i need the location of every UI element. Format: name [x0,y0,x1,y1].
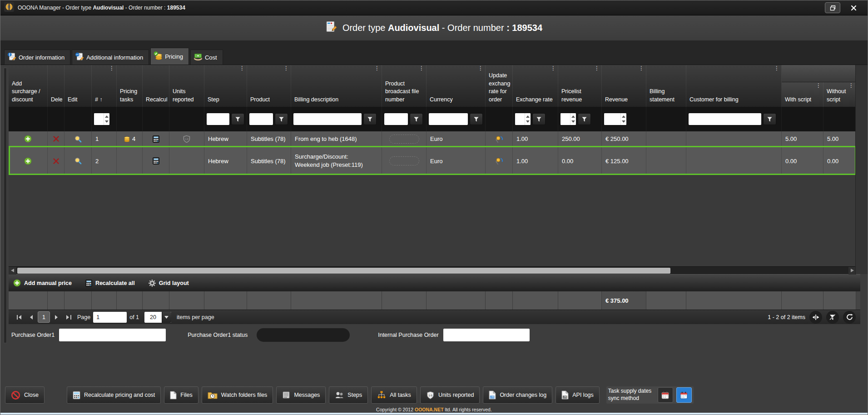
column-header-step[interactable]: Step [204,65,247,107]
billing-statement-cell[interactable] [646,131,686,146]
broadcast-file-filter-funnel-button[interactable] [410,113,423,125]
horizontal-scrollbar[interactable] [9,266,856,274]
column-header-revenue[interactable]: Revenue [602,65,646,107]
customer-for-billing-cell[interactable] [686,147,782,175]
clear-filters-button[interactable] [826,311,839,324]
column-menu-icon[interactable] [283,65,289,71]
vertical-scrollbar-track[interactable] [855,65,868,274]
column-header-edit[interactable]: Edit [64,65,92,107]
product-cell[interactable]: Subtitles (78) [247,131,291,146]
currency-filter-funnel-button[interactable] [470,113,483,125]
product-cell[interactable]: Subtitles (78) [247,147,291,175]
column-menu-icon[interactable] [816,83,821,88]
column-menu-icon[interactable] [774,65,779,71]
exchange-rate-filter-input[interactable] [515,113,525,125]
files-button[interactable]: Files [164,386,198,404]
exchange-rate-cell[interactable]: 1.00 [513,131,558,146]
first-page-button[interactable] [13,312,25,323]
purchase-order1-input[interactable] [59,329,166,341]
current-page-button[interactable]: 1 [38,311,50,323]
update-exchange-rate-cell[interactable] [486,131,513,146]
pricing-tasks-cell[interactable] [117,147,143,175]
billing-description-filter-funnel-button[interactable] [363,113,377,125]
delete-cell[interactable] [48,131,64,146]
pricing-row-1[interactable]: 1 4 1-9 Hebrew Subtitles (78) From eng t… [9,131,856,147]
close-window-button[interactable] [846,2,861,13]
api-logs-button[interactable]: LOG API logs [556,386,600,404]
recalculate-all-button[interactable]: Recalculate all [85,280,135,287]
exchange-rate-filter-funnel-button[interactable] [532,113,546,125]
step-cell[interactable]: Hebrew [204,147,247,175]
messages-button[interactable]: Messages [276,386,326,404]
column-header-units-reported[interactable]: Units reported [169,65,204,107]
product-filter-funnel-button[interactable] [275,113,288,125]
close-button[interactable]: Close [5,386,45,404]
column-menu-icon[interactable] [848,83,854,88]
revenue-cell[interactable]: € 250.00 [602,131,646,146]
column-header-with-script[interactable]: With script [782,82,823,107]
recalculate-pricing-and-cost-button[interactable]: Recalculate pricing and cost [67,386,161,404]
column-header-billing-description[interactable]: Billing description [291,65,382,107]
broadcast-file-cell[interactable] [382,147,427,175]
customer-filter-input[interactable] [689,113,761,125]
currency-cell[interactable]: Euro [427,147,486,175]
scroll-left-button[interactable] [9,267,16,275]
broadcast-file-filter-input[interactable] [384,113,408,125]
items-per-page-select[interactable]: 20 [144,312,171,323]
pricelist-revenue-filter-funnel-button[interactable] [578,113,591,125]
pricing-tasks-cell[interactable]: 4 [117,131,143,146]
with-script-cell[interactable]: 0.00 [782,147,823,175]
units-reported-cell[interactable] [169,147,204,175]
with-script-cell[interactable]: 5.00 [782,131,823,146]
all-tasks-button[interactable]: All tasks [371,386,417,404]
without-script-cell[interactable]: 0.00 [823,147,856,175]
steps-button[interactable]: Steps [329,386,368,404]
billing-description-cell[interactable]: Surcharge/Discount:Weekend job (Preset:1… [291,147,382,175]
units-reported-cell[interactable]: 1-9 [169,131,204,146]
tab-pricing[interactable]: Pricing [150,48,189,65]
billing-statement-cell[interactable] [646,147,686,175]
column-menu-icon[interactable] [639,65,644,71]
column-header-product-broadcast-file-number[interactable]: Product broadcast file number [382,65,427,107]
currency-filter-input[interactable] [429,113,468,125]
step-filter-input[interactable] [207,113,229,125]
add-surcharge-cell[interactable] [9,147,48,175]
customer-filter-funnel-button[interactable] [763,113,776,125]
column-header-update-exchange-rate[interactable]: Update exchange rate for order [486,65,513,107]
spinner-arrows-icon[interactable] [570,113,576,125]
broadcast-file-cell[interactable] [382,131,427,146]
column-header-number[interactable]: # ↑ [92,65,117,107]
dropdown-arrow-icon[interactable] [162,312,171,323]
customer-for-billing-cell[interactable] [686,131,782,146]
step-filter-funnel-button[interactable] [231,113,244,125]
column-header-pricelist-revenue[interactable]: Pricelist revenue [558,65,602,107]
column-menu-icon[interactable] [419,65,424,71]
recalculate-cell[interactable] [143,131,169,146]
column-header-add-surcharge-discount[interactable]: Add surcharge / discount [9,65,48,107]
prev-page-button[interactable] [25,312,37,323]
pricelist-revenue-cell[interactable]: 0.00 [558,147,602,175]
spinner-arrows-icon[interactable] [620,113,626,125]
recalculate-cell[interactable] [143,147,169,175]
row-number-cell[interactable]: 1 [92,131,117,146]
page-number-input[interactable] [93,312,127,323]
internal-purchase-order-input[interactable] [443,329,530,341]
column-header-customer-for-billing[interactable]: Customer for billing [686,65,782,107]
pricing-row-2-selected[interactable]: 2 Hebrew Subtitles (78) Surcharge/Discou… [9,147,856,175]
exchange-rate-cell[interactable]: 1.00 [513,147,558,175]
tab-order-information[interactable]: Order information [4,50,70,65]
billing-description-filter-input[interactable] [293,113,362,125]
task-supply-sync-manual-button[interactable] [658,387,673,403]
column-menu-icon[interactable] [478,65,483,71]
task-supply-sync-auto-button[interactable] [676,387,692,403]
currency-cell[interactable]: Euro [427,131,486,146]
revenue-filter-input[interactable] [604,113,620,125]
product-filter-input[interactable] [249,113,273,125]
last-page-button[interactable] [63,312,74,323]
update-exchange-rate-cell[interactable] [486,147,513,175]
scrollbar-thumb[interactable] [17,268,670,274]
column-menu-icon[interactable] [374,65,380,71]
column-header-without-script[interactable]: Without script [823,82,856,107]
pricelist-revenue-filter-input[interactable] [560,113,570,125]
tab-cost[interactable]: Cost [190,50,223,65]
